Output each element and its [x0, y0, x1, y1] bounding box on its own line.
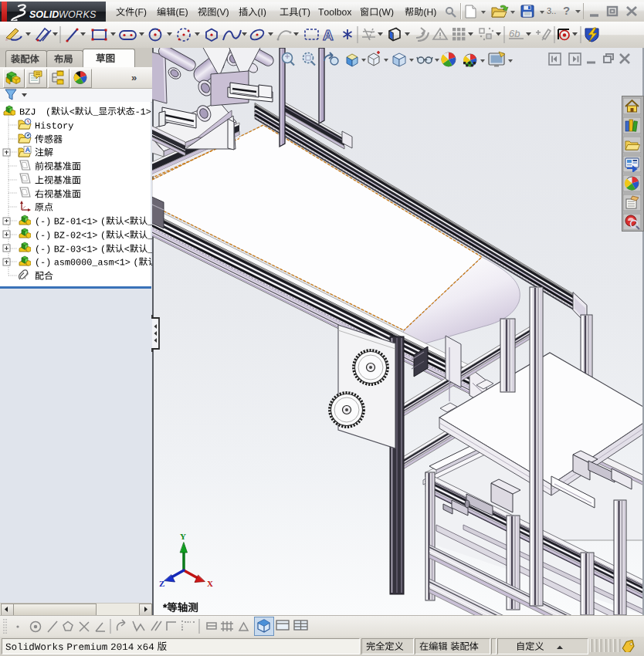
- svg-text:Y: Y: [180, 532, 186, 541]
- svg-text:X: X: [207, 579, 213, 588]
- svg-text:A: A: [25, 146, 31, 154]
- svg-text:Z: Z: [159, 579, 164, 588]
- svg-text:6b: 6b: [509, 28, 520, 39]
- svg-text:A: A: [323, 27, 334, 43]
- svg-text:WORKS: WORKS: [59, 9, 97, 20]
- svg-text:SOLID: SOLID: [29, 9, 59, 20]
